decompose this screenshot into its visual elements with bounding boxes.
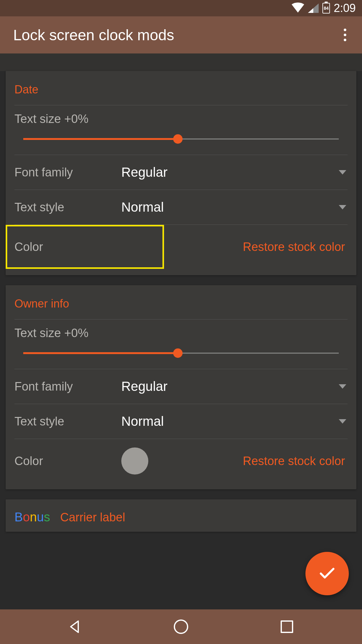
bonus-carrier-label[interactable]: Carrier label [60,511,125,524]
battery-level: 84 [324,6,329,11]
date-section-card: Date Text size +0% Font family Regular T… [6,71,356,275]
apply-fab-button[interactable] [305,552,349,595]
date-color-label: Color [14,240,121,254]
owner-font-family-value: Regular [121,379,339,394]
owner-text-size-row: Text size +0% [14,319,348,369]
owner-font-family-label: Font family [14,380,121,393]
date-text-style-label: Text style [14,201,121,214]
date-text-size-row: Text size +0% [14,105,348,155]
date-text-style-dropdown[interactable]: Text style Normal [14,190,348,225]
date-font-family-label: Font family [14,166,121,179]
recent-apps-button[interactable] [278,618,296,636]
date-color-swatch[interactable] [121,233,148,260]
owner-color-label: Color [14,454,121,468]
owner-section-title: Owner info [14,294,348,319]
owner-section-card: Owner info Text size +0% Font family Reg… [6,285,356,489]
status-time: 2:09 [334,2,356,15]
date-section-title: Date [14,80,348,105]
status-bar: 84 2:09 [0,0,362,16]
banner-strip [0,53,362,71]
owner-text-style-label: Text style [14,415,121,428]
chevron-down-icon [339,419,346,424]
owner-text-style-value: Normal [121,414,339,429]
owner-text-size-slider[interactable] [23,349,339,358]
owner-restore-color-button[interactable]: Restore stock color [148,454,348,468]
bonus-section-card: Bonus Carrier label [6,499,356,532]
date-font-family-value: Regular [121,165,339,180]
navigation-bar [0,609,362,644]
signal-icon [308,3,319,13]
battery-icon: 84 [322,3,330,14]
owner-color-row: Color Restore stock color [14,439,348,483]
bonus-section-title: Bonus [14,510,50,524]
date-restore-color-button[interactable]: Restore stock color [148,240,348,254]
overflow-menu-button[interactable] [341,26,349,44]
owner-text-size-label: Text size +0% [14,326,348,349]
date-text-size-slider[interactable] [23,135,339,143]
date-font-family-dropdown[interactable]: Font family Regular [14,155,348,190]
date-text-size-label: Text size +0% [14,112,348,135]
home-button[interactable] [172,618,190,636]
home-icon [174,619,188,634]
chevron-down-icon [339,170,346,175]
wifi-icon [292,3,304,14]
page-title: Lock screen clock mods [13,26,174,44]
owner-text-style-dropdown[interactable]: Text style Normal [14,404,348,439]
chevron-down-icon [339,205,346,209]
date-color-row: Color Restore stock color [14,225,348,269]
date-text-style-value: Normal [121,200,339,215]
back-icon [68,620,82,634]
chevron-down-icon [339,384,346,389]
app-bar: Lock screen clock mods [0,16,362,53]
square-icon [281,620,293,633]
owner-font-family-dropdown[interactable]: Font family Regular [14,369,348,404]
check-icon [318,564,337,583]
back-button[interactable] [66,618,84,636]
owner-color-swatch[interactable] [121,447,148,475]
